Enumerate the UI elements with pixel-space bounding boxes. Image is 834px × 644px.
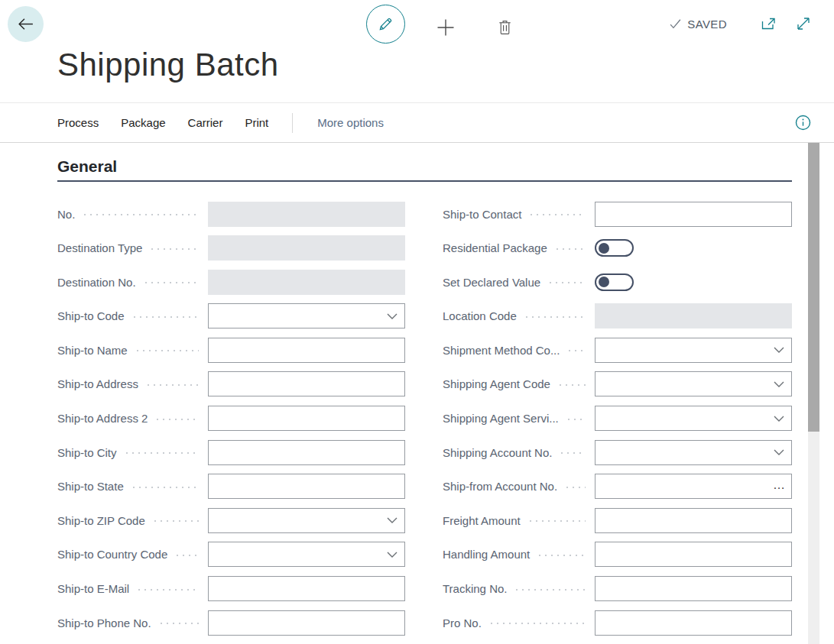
chevron-down-icon[interactable]	[774, 347, 784, 354]
field-row: Shipping Account No.	[443, 439, 792, 465]
field-control-residential-package	[595, 235, 792, 261]
scrollbar-thumb[interactable]	[808, 143, 819, 432]
field-input-ship-to-name[interactable]	[208, 338, 405, 363]
field-row: Destination Type	[57, 235, 405, 261]
dotted-leader	[143, 281, 199, 284]
trash-icon	[496, 18, 514, 36]
dotted-leader	[145, 383, 199, 387]
field-control-ship-to-address-2	[208, 406, 405, 431]
field-row: Location Code	[443, 303, 792, 329]
vertical-scrollbar[interactable]	[808, 143, 819, 644]
menu-item-carrier[interactable]: Carrier	[188, 116, 223, 129]
form-column-right: Ship-to ContactResidential PackageSet De…	[443, 201, 792, 644]
section-header-general[interactable]: General	[57, 157, 117, 176]
field-label-ship-to-code: Ship-to Code	[57, 309, 125, 322]
field-input-ship-to-e-mail[interactable]	[208, 576, 405, 601]
field-input-shipping-account-no[interactable]	[595, 440, 792, 465]
delete-button[interactable]	[494, 17, 515, 38]
assist-edit-button[interactable]: …	[773, 479, 786, 491]
dotted-leader	[131, 486, 199, 489]
field-input-handling-amount[interactable]	[595, 542, 792, 567]
field-input-pro-no[interactable]	[595, 610, 792, 636]
info-button[interactable]	[795, 115, 811, 131]
chevron-down-icon[interactable]	[774, 416, 784, 422]
field-input-ship-to-city[interactable]	[208, 440, 405, 465]
field-input-tracking-no[interactable]	[595, 576, 792, 601]
fullscreen-button[interactable]	[795, 15, 812, 32]
field-row: Residential Package	[443, 235, 792, 261]
dotted-leader	[559, 451, 586, 455]
field-row: Set Declared Value	[443, 269, 792, 295]
field-row: Freight Amount	[443, 507, 792, 533]
window-actions: SAVED	[669, 15, 812, 32]
field-input-ship-to-code[interactable]	[208, 303, 405, 328]
chevron-down-icon[interactable]	[774, 449, 784, 456]
field-input-shipment-method-co[interactable]	[595, 338, 792, 363]
dotted-leader	[488, 622, 586, 625]
menu-item-print[interactable]: Print	[245, 116, 268, 129]
field-input-ship-to-phone-no[interactable]	[208, 610, 405, 636]
field-row: Shipping Agent Servi...	[443, 406, 792, 432]
field-input-freight-amount[interactable]	[595, 508, 792, 533]
field-control-destination-type	[208, 235, 405, 261]
arrow-left-icon	[16, 15, 35, 34]
chevron-down-icon[interactable]	[774, 381, 784, 388]
dotted-leader	[557, 383, 586, 387]
plus-icon	[435, 17, 456, 38]
chevron-down-icon[interactable]	[387, 552, 398, 558]
field-control-ship-to-country-code	[208, 542, 405, 567]
field-control-tracking-no	[595, 576, 792, 601]
field-input-ship-to-country-code[interactable]	[208, 542, 405, 567]
field-label-destination-type: Destination Type	[57, 241, 142, 254]
menu-item-package[interactable]: Package	[121, 116, 165, 129]
edit-button[interactable]	[366, 5, 405, 44]
toggle-set-declared-value[interactable]	[595, 273, 634, 291]
field-row: Ship-to Name	[57, 337, 405, 363]
field-input-no	[208, 202, 405, 227]
open-in-new-window-button[interactable]	[761, 15, 777, 32]
field-input-shipping-agent-code[interactable]	[595, 371, 792, 396]
page-actions	[366, 5, 515, 44]
field-label-location-code: Location Code	[443, 309, 517, 322]
field-input-ship-to-contact[interactable]	[595, 202, 792, 227]
field-control-ship-from-account-no: …	[595, 474, 792, 499]
field-label-ship-to-city: Ship-to City	[57, 446, 117, 459]
field-control-shipping-agent-code	[595, 371, 792, 396]
chevron-down-icon[interactable]	[387, 313, 398, 320]
new-button[interactable]	[434, 16, 457, 39]
section-underline	[57, 180, 792, 182]
field-input-shipping-agent-servi[interactable]	[595, 406, 792, 431]
check-icon	[669, 18, 682, 31]
field-input-ship-to-state[interactable]	[208, 474, 405, 499]
field-input-ship-to-address[interactable]	[208, 371, 405, 396]
toggle-knob	[599, 277, 609, 287]
field-input-destination-no	[208, 270, 405, 295]
more-options-button[interactable]: More options	[317, 116, 384, 129]
field-label-shipment-method-co: Shipment Method Co...	[443, 344, 560, 357]
save-status: SAVED	[669, 18, 727, 31]
dotted-leader	[527, 519, 586, 523]
field-row: Ship-to Address	[57, 371, 405, 397]
back-button[interactable]	[8, 6, 44, 42]
chevron-down-icon[interactable]	[387, 517, 398, 524]
field-row: Ship-to Phone No.	[57, 610, 405, 636]
field-control-set-declared-value	[595, 270, 792, 295]
dotted-leader	[131, 316, 199, 319]
field-row: Ship-to E-Mail	[57, 576, 405, 602]
toggle-residential-package[interactable]	[595, 239, 634, 257]
field-control-ship-to-name	[208, 338, 405, 363]
dotted-leader	[124, 451, 199, 455]
field-row: Pro No.	[443, 610, 792, 636]
field-label-shipping-agent-servi: Shipping Agent Servi...	[443, 412, 559, 425]
menu-divider	[292, 113, 293, 133]
field-control-location-code	[595, 303, 792, 328]
menu-item-process[interactable]: Process	[57, 116, 99, 129]
dotted-leader	[528, 213, 586, 216]
field-input-ship-from-account-no[interactable]	[595, 474, 792, 499]
field-input-ship-to-zip-code[interactable]	[208, 508, 405, 533]
field-row: Ship-from Account No.…	[443, 474, 792, 500]
field-label-tracking-no: Tracking No.	[443, 582, 507, 595]
field-input-ship-to-address-2[interactable]	[208, 406, 405, 431]
field-row: Shipping Agent Code	[443, 371, 792, 397]
field-label-shipping-agent-code: Shipping Agent Code	[443, 377, 550, 390]
